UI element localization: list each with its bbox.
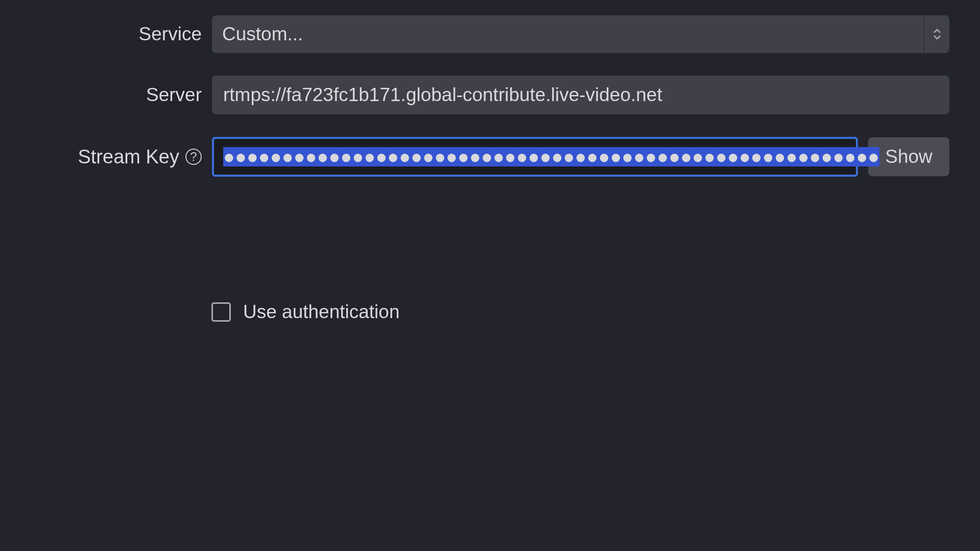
server-input[interactable]: rtmps://fa723fc1b171.global-contribute.l… (212, 76, 949, 114)
show-button[interactable]: Show (868, 137, 949, 176)
service-dropdown[interactable]: Custom... (212, 15, 949, 53)
stream-key-label: Stream Key ? (31, 146, 202, 168)
use-authentication-label: Use authentication (243, 301, 399, 323)
help-icon[interactable]: ? (185, 149, 202, 165)
server-value: rtmps://fa723fc1b171.global-contribute.l… (223, 84, 662, 106)
use-authentication-row: Use authentication (211, 301, 949, 323)
service-label: Service (31, 23, 202, 45)
use-authentication-checkbox[interactable] (211, 302, 231, 322)
stream-key-masked-value: ●●●●●●●●●●●●●●●●●●●●●●●●●●●●●●●●●●●●●●●●… (223, 147, 879, 166)
stream-key-selection: ●●●●●●●●●●●●●●●●●●●●●●●●●●●●●●●●●●●●●●●●… (223, 147, 879, 166)
stream-key-row: Stream Key ? ●●●●●●●●●●●●●●●●●●●●●●●●●●●… (31, 137, 949, 177)
stream-key-label-text: Stream Key (78, 146, 179, 168)
stream-settings-form: Service Custom... Server rtmps://fa723fc… (0, 0, 980, 338)
server-label: Server (31, 84, 202, 106)
dropdown-arrows-icon[interactable] (924, 15, 949, 53)
service-value: Custom... (222, 23, 303, 45)
stream-key-input[interactable]: ●●●●●●●●●●●●●●●●●●●●●●●●●●●●●●●●●●●●●●●●… (212, 137, 858, 177)
server-row: Server rtmps://fa723fc1b171.global-contr… (31, 76, 949, 114)
service-row: Service Custom... (31, 15, 949, 53)
